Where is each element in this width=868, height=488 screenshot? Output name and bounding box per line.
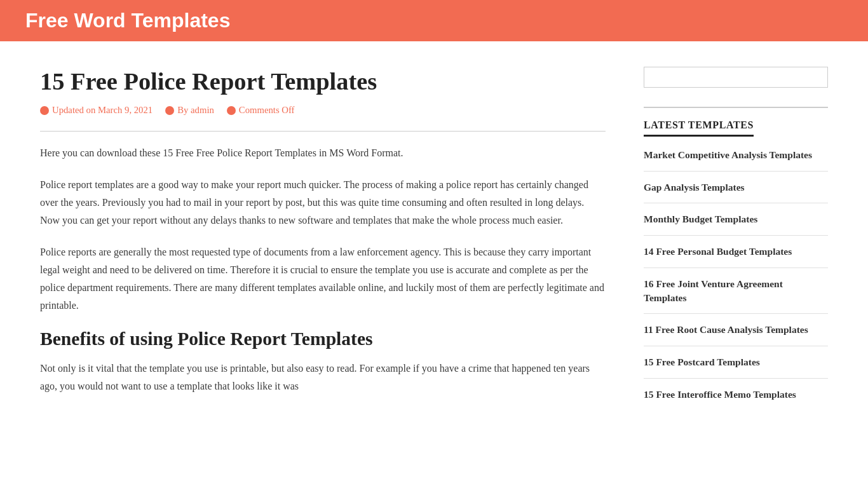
post-paragraph-3: Police reports are generally the most re… [40, 243, 606, 315]
search-input[interactable] [644, 67, 828, 88]
post-paragraph-1: Here you can download these 15 Free Free… [40, 144, 606, 162]
meta-comments: Comments Off [227, 105, 295, 116]
post-paragraph-2: Police report templates are a good way t… [40, 176, 606, 229]
meta-dot-updated [40, 106, 49, 115]
post-meta: Updated on March 9, 2021 By admin Commen… [40, 105, 606, 116]
meta-dot-comments [227, 106, 236, 115]
section-heading: Benefits of using Police Report Template… [40, 329, 606, 349]
main-content: 15 Free Police Report Templates Updated … [40, 67, 606, 419]
latest-templates-heading: LATEST TEMPLATES [644, 119, 754, 137]
page-wrapper: 15 Free Police Report Templates Updated … [15, 41, 853, 444]
meta-dot-author [165, 106, 174, 115]
meta-updated-link[interactable]: Updated on March 9, 2021 [52, 105, 153, 116]
meta-comments-link[interactable]: Comments Off [239, 105, 295, 116]
sidebar-link-1[interactable]: Gap Analysis Templates [644, 180, 828, 204]
site-title-link[interactable]: Free Word Templates [25, 9, 230, 32]
sidebar-link-6[interactable]: 15 Free Postcard Templates [644, 355, 828, 379]
site-header: Free Word Templates [0, 0, 868, 41]
sidebar-link-7[interactable]: 15 Free Interoffice Memo Templates [644, 388, 828, 410]
meta-author: By admin [165, 105, 214, 116]
sidebar-divider [644, 107, 828, 108]
sidebar: LATEST TEMPLATES Market Competitive Anal… [644, 67, 828, 419]
latest-templates-section: LATEST TEMPLATES Market Competitive Anal… [644, 119, 828, 410]
meta-author-link[interactable]: By admin [177, 105, 214, 116]
sidebar-link-5[interactable]: 11 Free Root Cause Analysis Templates [644, 323, 828, 346]
sidebar-link-3[interactable]: 14 Free Personal Budget Templates [644, 245, 828, 268]
section-paragraph: Not only is it vital that the template y… [40, 360, 606, 395]
post-body: Here you can download these 15 Free Free… [40, 131, 606, 395]
sidebar-link-4[interactable]: 16 Free Joint Venture Agreement Template… [644, 277, 828, 314]
post-title: 15 Free Police Report Templates [40, 67, 606, 96]
sidebar-link-2[interactable]: Monthly Budget Templates [644, 212, 828, 236]
meta-updated: Updated on March 9, 2021 [40, 105, 153, 116]
sidebar-link-0[interactable]: Market Competitive Analysis Templates [644, 148, 828, 172]
sidebar-links: Market Competitive Analysis TemplatesGap… [644, 148, 828, 410]
